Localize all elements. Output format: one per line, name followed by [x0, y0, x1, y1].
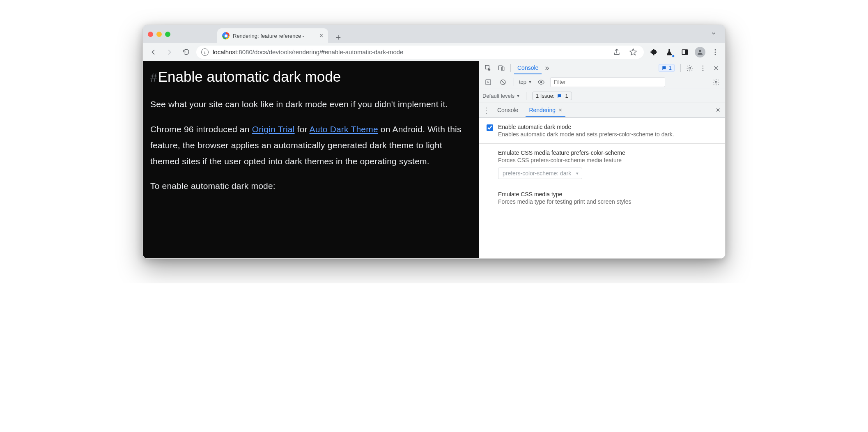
origin-trial-link[interactable]: Origin Trial — [252, 124, 295, 134]
close-devtools-icon[interactable] — [710, 63, 722, 74]
svg-point-2 — [699, 50, 701, 52]
svg-point-10 — [703, 65, 703, 66]
menu-button[interactable] — [710, 46, 721, 58]
tabs: Rendering: feature reference - × ＋ — [217, 25, 344, 43]
new-tab-button[interactable]: ＋ — [332, 31, 344, 43]
execute-icon[interactable] — [482, 77, 494, 87]
chrome-favicon-icon — [222, 32, 230, 39]
option-prefers-color-scheme: Emulate CSS media feature prefers-color-… — [479, 144, 725, 185]
svg-point-3 — [715, 49, 716, 50]
heading-text: Enable automatic dark mode — [158, 69, 341, 85]
svg-point-16 — [715, 81, 717, 83]
side-panel-icon[interactable] — [679, 46, 691, 58]
close-drawer-icon[interactable]: × — [714, 106, 722, 115]
console-levels-bar: Default levels ▼ 1 Issue: 1 — [479, 89, 725, 103]
labs-icon[interactable] — [664, 46, 675, 58]
live-expression-icon[interactable] — [535, 77, 547, 87]
toolbar: i localhost:8080/docs/devtools/rendering… — [143, 43, 725, 61]
devtools-panel: Console » 1 — [479, 61, 725, 258]
url-text: localhost:8080/docs/devtools/rendering/#… — [213, 48, 403, 55]
drawer-tabs: ⋮ Console Rendering × × — [479, 103, 725, 118]
kebab-menu-icon[interactable] — [697, 63, 709, 74]
console-tab[interactable]: Console — [514, 62, 542, 74]
page-paragraph-1: See what your site can look like in dark… — [150, 97, 467, 113]
back-button[interactable] — [147, 46, 159, 58]
tab-strip: Rendering: feature reference - × ＋ — [143, 25, 725, 43]
tab-title: Rendering: feature reference - — [233, 33, 315, 39]
clear-console-icon[interactable] — [497, 77, 509, 87]
option-desc: Forces CSS prefers-color-scheme media fe… — [498, 157, 718, 163]
svg-point-15 — [540, 81, 542, 83]
url-host: localhost — [213, 48, 237, 55]
option-auto-dark-mode: Enable automatic dark mode Enables autom… — [479, 118, 725, 144]
svg-point-11 — [703, 67, 703, 68]
issues-badge[interactable]: 1 — [659, 64, 675, 72]
option-media-type: Emulate CSS media type Forces media type… — [479, 185, 725, 211]
option-desc: Enables automatic dark mode and sets pre… — [498, 131, 674, 138]
auto-dark-mode-checkbox[interactable] — [487, 124, 493, 131]
profile-avatar[interactable] — [695, 47, 705, 57]
url-path: /docs/devtools/rendering/#enable-automat… — [253, 48, 404, 55]
svg-point-4 — [715, 51, 716, 53]
svg-point-9 — [689, 67, 691, 69]
address-bar[interactable]: i localhost:8080/docs/devtools/rendering… — [196, 46, 644, 59]
rendering-panel-body: Enable automatic dark mode Enables autom… — [479, 118, 725, 258]
svg-rect-1 — [685, 50, 688, 55]
bookmark-icon[interactable] — [627, 46, 639, 58]
more-tabs-icon[interactable]: » — [543, 64, 551, 72]
console-filter-bar: top ▼ — [479, 75, 725, 89]
site-info-icon[interactable]: i — [201, 48, 209, 56]
browser-window: Rendering: feature reference - × ＋ i loc… — [142, 25, 726, 259]
page-paragraph-2: Chrome 96 introduced an Origin Trial for… — [150, 122, 467, 170]
forward-button[interactable] — [163, 46, 176, 58]
url-port: :8080 — [237, 48, 253, 55]
drawer-tab-rendering[interactable]: Rendering × — [526, 104, 565, 117]
inspect-element-icon[interactable] — [482, 63, 494, 74]
minimize-window-button[interactable] — [156, 32, 162, 37]
tab-search-button[interactable] — [709, 28, 719, 40]
svg-point-12 — [703, 70, 703, 71]
option-title: Enable automatic dark mode — [498, 124, 674, 130]
option-desc: Forces media type for testing print and … — [498, 198, 718, 205]
close-tab-button[interactable]: × — [319, 32, 324, 39]
devtools-top-tabs: Console » 1 — [479, 61, 725, 75]
levels-selector[interactable]: Default levels ▼ — [482, 93, 520, 99]
page-content: #Enable automatic dark mode See what you… — [143, 61, 479, 258]
drawer-menu-icon[interactable]: ⋮ — [482, 106, 490, 115]
share-icon[interactable] — [611, 46, 622, 58]
drawer-tab-console[interactable]: Console — [494, 104, 521, 117]
settings-icon[interactable] — [684, 63, 696, 74]
prefers-color-scheme-select[interactable]: prefers-color-scheme: dark — [498, 168, 582, 179]
maximize-window-button[interactable] — [165, 32, 170, 37]
reload-button[interactable] — [180, 46, 192, 58]
option-title: Emulate CSS media type — [498, 191, 718, 198]
issue-pill[interactable]: 1 Issue: 1 — [532, 92, 572, 100]
page-paragraph-3: To enable automatic dark mode: — [150, 178, 467, 194]
close-window-button[interactable] — [148, 32, 153, 37]
option-title: Emulate CSS media feature prefers-color-… — [498, 149, 718, 156]
browser-tab[interactable]: Rendering: feature reference - × — [217, 28, 328, 43]
auto-dark-theme-link[interactable]: Auto Dark Theme — [310, 124, 378, 134]
device-toggle-icon[interactable] — [496, 63, 507, 74]
content-area: #Enable automatic dark mode See what you… — [143, 61, 725, 258]
close-tab-icon[interactable]: × — [559, 107, 562, 113]
extensions-icon[interactable] — [648, 46, 659, 58]
page-heading: #Enable automatic dark mode — [150, 69, 467, 85]
window-controls — [147, 32, 173, 37]
console-settings-icon[interactable] — [710, 77, 722, 87]
svg-point-5 — [715, 54, 716, 55]
hash-icon: # — [150, 71, 157, 84]
scope-selector[interactable]: top ▼ — [519, 79, 532, 85]
filter-input[interactable] — [550, 77, 665, 87]
issues-count: 1 — [669, 65, 672, 71]
